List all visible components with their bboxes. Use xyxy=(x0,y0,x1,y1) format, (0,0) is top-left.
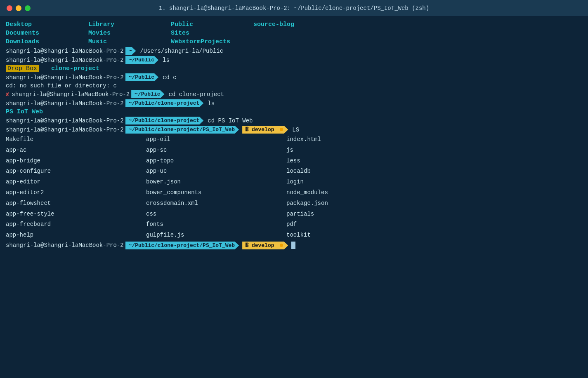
prompt-line-7: shangri-la@Shangri-laMacBook-Pro-2 ~/Pub… xyxy=(6,126,582,134)
ls-row: app-configureapp-uclocaldb xyxy=(6,167,582,176)
dir-listing-row3: Downloads Music WebstormProjects xyxy=(6,38,582,46)
ls-row: app-acapp-scjs xyxy=(6,146,582,155)
prompt-arrow-5: ~/Public/clone-project xyxy=(125,99,204,107)
dir-empty2 xyxy=(253,38,336,46)
prompt-user-3: shangri-la@Shangri-laMacBook-Pro-2 xyxy=(6,74,124,81)
dir-listing-row2: Documents Movies Sites xyxy=(6,29,582,37)
prompt-arrow-7: ~/Public/clone-project/PS_IoT_Web xyxy=(125,126,239,134)
badge-home-1: ~ xyxy=(125,47,136,55)
prompt-line-3: shangri-la@Shangri-laMacBook-Pro-2 ~/Pub… xyxy=(6,73,582,81)
ls-item: toolkit xyxy=(286,230,427,240)
prompt-arrow-3: ~/Public xyxy=(125,73,158,81)
prompt-line-final: shangri-la@Shangri-laMacBook-Pro-2 ~/Pub… xyxy=(6,242,582,249)
prompt-git-badge-final: 𝄡 develop xyxy=(242,242,288,249)
ls-item: bower_components xyxy=(146,188,286,198)
badge-clone-5: ~/Public/clone-project xyxy=(125,99,204,107)
drop-box-label: Drop Box xyxy=(6,65,39,72)
ls-item: js xyxy=(286,146,427,155)
git-branch-badge-final: 𝄡 develop xyxy=(242,242,288,249)
ls-item: index.html xyxy=(286,135,427,145)
dropbox-line: Drop Box clone-project xyxy=(6,65,582,72)
dir-movies: Movies xyxy=(88,29,171,37)
dir-music: Music xyxy=(88,38,171,46)
ls-item: fonts xyxy=(146,220,286,230)
prompt-arrow-1: ~ xyxy=(125,47,136,55)
ls-row: app-freeboardfontspdf xyxy=(6,220,582,230)
prompt-arrow-4: ~/Public xyxy=(131,90,164,98)
ls-item: Makefile xyxy=(6,135,146,145)
ls-item: app-configure xyxy=(6,167,146,176)
dir-documents: Documents xyxy=(6,29,88,37)
dir-downloads: Downloads xyxy=(6,38,88,46)
ls-item: app-freeboard xyxy=(6,220,146,230)
dot-indicator-final xyxy=(280,244,283,247)
ls-row: app-free-stylecsspartials xyxy=(6,209,582,219)
ls-item: app-sc xyxy=(146,146,286,155)
error-icon: ✘ xyxy=(6,91,9,98)
dir-webstorm: WebstormProjects xyxy=(171,38,253,46)
prompt-user-final: shangri-la@Shangri-laMacBook-Pro-2 xyxy=(6,242,124,249)
ls-item: gulpfile.js xyxy=(146,230,286,240)
prompt-user-5: shangri-la@Shangri-laMacBook-Pro-2 xyxy=(6,100,124,107)
cmd-4: cd clone-project xyxy=(169,91,224,98)
terminal-cursor xyxy=(291,242,295,249)
prompt-user-4: shangri-la@Shangri-laMacBook-Pro-2 xyxy=(12,91,130,98)
close-button[interactable] xyxy=(7,5,12,11)
terminal-body[interactable]: Desktop Library Public source-blog Docum… xyxy=(0,16,588,378)
dir-sites: Sites xyxy=(171,29,253,37)
cmd-5: ls xyxy=(208,100,215,107)
dir-sourceblog: source-blog xyxy=(253,21,336,28)
ls-item: css xyxy=(146,209,286,219)
cmd-1: /Users/shangri-la/Public xyxy=(140,48,223,54)
ls-item: node_modules xyxy=(286,188,427,198)
titlebar: 1. shangri-la@Shangri-laMacBook-Pro-2: ~… xyxy=(0,0,588,16)
ls-item: partials xyxy=(286,209,427,219)
cmd-6: cd PS_IoT_Web xyxy=(208,117,253,124)
window-title: 1. shangri-la@Shangri-laMacBook-Pro-2: ~… xyxy=(159,5,429,12)
ps-iot-web-output: PS_IoT_Web xyxy=(6,108,582,115)
ls-row: app-flowsheetcrossdomain.xmlpackage.json xyxy=(6,199,582,209)
prompt-line-1: shangri-la@Shangri-laMacBook-Pro-2 ~ /Us… xyxy=(6,47,582,55)
ls-item: pdf xyxy=(286,220,427,230)
prompt-line-2: shangri-la@Shangri-laMacBook-Pro-2 ~/Pub… xyxy=(6,56,582,64)
clone-project-label: clone-project xyxy=(51,65,99,72)
minimize-button[interactable] xyxy=(16,5,21,11)
prompt-git-badge-7: 𝄡 develop xyxy=(242,126,288,134)
prompt-line-5: shangri-la@Shangri-laMacBook-Pro-2 ~/Pub… xyxy=(6,99,582,107)
badge-clone-6: ~/Public/clone-project xyxy=(125,117,204,124)
ls-row: app-bridgeapp-topoless xyxy=(6,156,582,166)
badge-public-3: ~/Public xyxy=(125,73,158,81)
ls-item: app-free-style xyxy=(6,209,146,219)
cmd-7: LS xyxy=(292,127,299,133)
dir-library: Library xyxy=(88,21,171,28)
ls-item: app-uc xyxy=(146,167,286,176)
prompt-user-7: shangri-la@Shangri-laMacBook-Pro-2 xyxy=(6,127,124,133)
prompt-line-6: shangri-la@Shangri-laMacBook-Pro-2 ~/Pub… xyxy=(6,117,582,124)
prompt-user-1: shangri-la@Shangri-laMacBook-Pro-2 xyxy=(6,48,124,54)
cmd-3: cd c xyxy=(163,74,177,81)
ls-item: app-flowsheet xyxy=(6,199,146,209)
ls-row: Makefileapp-oilindex.html xyxy=(6,135,582,145)
badge-public-2: ~/Public xyxy=(125,56,158,64)
dir-listing-row1: Desktop Library Public source-blog xyxy=(6,21,582,28)
ls-item: less xyxy=(286,156,427,166)
git-branch-badge-7: 𝄡 develop xyxy=(242,126,288,134)
ls-item: app-editor xyxy=(6,177,146,187)
error-output: cd: no such file or directory: c xyxy=(6,82,582,89)
ls-item: app-bridge xyxy=(6,156,146,166)
ls-item: package.json xyxy=(286,199,427,209)
dir-empty1 xyxy=(253,29,336,37)
badge-iot-7: ~/Public/clone-project/PS_IoT_Web xyxy=(125,126,239,134)
cmd-2: ls xyxy=(163,57,170,63)
dir-desktop: Desktop xyxy=(6,21,88,28)
prompt-arrow-6: ~/Public/clone-project xyxy=(125,117,204,124)
ls-item: app-oil xyxy=(146,135,286,145)
traffic-lights xyxy=(7,5,31,11)
prompt-arrow-final: ~/Public/clone-project/PS_IoT_Web xyxy=(125,242,239,249)
ls-item: bower.json xyxy=(146,177,286,187)
ls-output-grid: Makefileapp-oilindex.htmlapp-acapp-scjsa… xyxy=(6,135,582,240)
ls-item: app-editor2 xyxy=(6,188,146,198)
ls-row: app-editorbower.jsonlogin xyxy=(6,177,582,187)
maximize-button[interactable] xyxy=(25,5,31,11)
badge-public-4: ~/Public xyxy=(131,90,164,98)
